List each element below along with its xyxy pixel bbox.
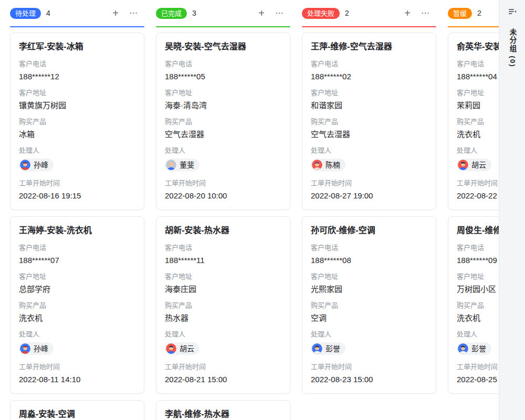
field-start-time: 工单开始时间 2022-08-23 15:00 [311,362,427,385]
handler-name: 孙峰 [34,344,48,353]
column-more-button[interactable]: ⋯ [275,9,284,17]
handler-chip[interactable]: 陈楠 [311,159,345,171]
field-value-product: 空调 [311,312,427,323]
field-start-time: 工单开始时间 2022-08-21 15:00 [165,362,281,385]
field-product: 购买产品 空气去湿器 [165,117,281,140]
field-handler: 处理人 董斐 [165,146,281,172]
card-count: 2 [345,9,349,17]
field-value-product: 洗衣机 [457,129,499,140]
add-card-button[interactable]: + [112,8,119,18]
work-order-card[interactable]: 李红军-安装-冰箱 客户电话 188******12 客户地址 镶黄旗万树园 购… [10,33,144,210]
ungrouped-collapsed-rail[interactable]: 未分组 (0) [499,0,525,420]
card-title: 孙可欣-维修-空调 [311,224,427,237]
field-label-phone: 客户电话 [19,243,135,253]
work-order-card[interactable]: 王海婷-安装-洗衣机 客户电话 188******07 客户地址 总部学府 购买… [10,216,144,394]
field-label-product: 购买产品 [19,301,135,310]
field-phone: 客户电话 188******12 [19,59,135,82]
handler-chip[interactable]: 胡云 [457,159,491,171]
handler-avatar [20,160,30,170]
handler-avatar [312,343,322,354]
field-label-phone: 客户电话 [457,243,499,253]
field-value-address: 光熙家园 [311,284,427,295]
field-value-phone: 188******05 [165,71,281,82]
work-order-card[interactable]: 孙可欣-维修-空调 客户电话 188******08 客户地址 光熙家园 购买产… [302,216,436,394]
field-phone: 客户电话 188******11 [165,243,281,266]
field-label-address: 客户地址 [311,272,427,281]
field-label-product: 购买产品 [165,117,281,127]
field-label-address: 客户地址 [165,272,281,281]
handler-avatar [458,160,468,170]
field-value-start-time: 2022-08-20 10:00 [165,190,281,201]
handler-avatar [166,343,176,354]
field-address: 客户地址 总部学府 [19,272,135,295]
work-order-card[interactable]: 周淼-安装-空调 客户电话 [10,400,144,420]
field-value-phone: 188******09 [457,255,499,266]
work-order-card[interactable]: 俞英华-安装-洗衣机 客户电话 188******04 客户地址 茉莉园 购买产… [448,33,499,210]
field-value-product: 热水器 [165,312,281,323]
field-label-handler: 处理人 [457,146,499,155]
field-value-start-time: 2022-08-23 15:00 [311,374,427,385]
field-phone: 客户电话 188******04 [457,59,499,82]
ungrouped-label: 未分组 (0) [507,28,518,68]
column-more-button[interactable]: ⋯ [129,9,138,17]
field-label-product: 购买产品 [311,301,427,310]
handler-name: 彭誉 [471,344,486,353]
field-address: 客户地址 万树园小区 [457,272,499,295]
kanban-column-done: 已完成 3 + ⋯ 吴晓-安装-空气去湿器 客户电话 188******05 客… [156,0,290,420]
field-label-phone: 客户电话 [311,243,427,253]
field-label-phone: 客户电话 [165,59,281,69]
handler-chip[interactable]: 彭誉 [457,342,491,355]
field-phone: 客户电话 188******07 [19,243,135,266]
work-order-card[interactable]: 李航-维修-热水器 客户电话 [156,400,290,420]
field-label-start-time: 工单开始时间 [457,178,499,188]
field-start-time: 工单开始时间 2022-08-20 10:00 [165,178,281,201]
column-header: 已完成 3 + ⋯ [156,0,290,26]
column-card-list: 吴晓-安装-空气去湿器 客户电话 188******05 客户地址 海泰·清岛湾… [156,27,290,420]
field-label-handler: 处理人 [165,146,281,155]
field-label-handler: 处理人 [19,330,135,339]
field-handler: 处理人 彭誉 [311,330,427,356]
work-order-card[interactable]: 吴晓-安装-空气去湿器 客户电话 188******05 客户地址 海泰·清岛湾… [156,33,290,210]
card-count: 3 [192,9,196,17]
field-handler: 处理人 胡云 [457,146,499,172]
card-title: 吴晓-安装-空气去湿器 [165,40,281,53]
handler-avatar [20,343,30,354]
column-more-button[interactable]: ⋯ [421,9,430,17]
card-title: 王海婷-安装-洗衣机 [19,224,135,237]
add-card-button[interactable]: + [404,8,411,18]
column-header: 暂缓 2 + ⋯ [448,0,499,26]
work-order-card[interactable]: 王萍-维修-空气去湿器 客户电话 188******02 客户地址 和谐家园 购… [302,33,436,210]
handler-chip[interactable]: 董斐 [165,159,200,171]
kanban-column-failed: 处理失败 2 + ⋯ 王萍-维修-空气去湿器 客户电话 188******02 … [302,0,436,420]
field-value-address: 和谐家园 [311,100,427,111]
field-start-time: 工单开始时间 2022-08-22 [457,178,499,201]
add-card-button[interactable]: + [258,8,265,18]
status-pill: 处理失败 [302,8,340,19]
expand-group-icon[interactable] [508,7,517,17]
field-product: 购买产品 洗衣机 [457,117,499,140]
field-value-phone: 188******11 [165,255,281,266]
handler-name: 陈楠 [326,160,340,170]
work-order-card[interactable]: 周俊生-维修-洗衣机 客户电话 188******09 客户地址 万树园小区 购… [448,216,499,394]
handler-chip[interactable]: 孙峰 [19,342,54,355]
card-title: 李红军-安装-冰箱 [19,40,135,53]
field-value-address: 海泰庄园 [165,284,281,295]
field-start-time: 工单开始时间 2022-08-25 [457,362,499,385]
handler-name: 董斐 [180,160,194,170]
field-label-handler: 处理人 [457,330,499,339]
field-value-phone: 188******08 [311,255,427,266]
field-label-start-time: 工单开始时间 [19,178,135,188]
handler-chip[interactable]: 孙峰 [19,159,54,171]
field-product: 购买产品 空调 [311,301,427,323]
work-order-card[interactable]: 胡新-安装-热水器 客户电话 188******11 客户地址 海泰庄园 购买产… [156,216,290,394]
field-handler: 处理人 彭誉 [457,330,499,356]
field-value-start-time: 2022-08-21 15:00 [165,374,281,385]
handler-chip[interactable]: 胡云 [165,342,200,355]
field-label-address: 客户地址 [457,272,499,281]
handler-chip[interactable]: 彭誉 [311,342,345,355]
field-handler: 处理人 胡云 [165,330,281,356]
field-label-product: 购买产品 [457,301,499,310]
handler-name: 孙峰 [34,160,48,170]
field-label-handler: 处理人 [19,146,135,155]
field-handler: 处理人 孙峰 [19,330,135,356]
